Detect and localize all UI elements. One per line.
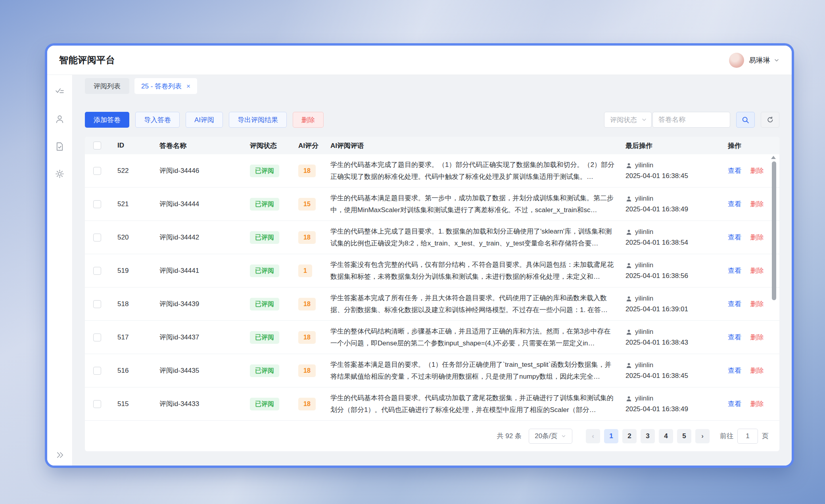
select-all-checkbox[interactable] (93, 142, 101, 149)
row-checkbox[interactable] (93, 167, 101, 175)
answer-sheet-icon[interactable] (55, 142, 65, 151)
status-badge: 已评阅 (250, 364, 279, 377)
delete-link[interactable]: 删除 (750, 400, 764, 408)
view-link[interactable]: 查看 (728, 200, 741, 208)
page-button-5[interactable]: 5 (677, 429, 691, 443)
person-icon (625, 195, 632, 202)
goto-page-input[interactable] (737, 429, 758, 444)
row-name: 评阅id-34439 (150, 299, 240, 309)
person-icon (625, 329, 632, 335)
table-row: 516 评阅id-34435 已评阅 18 学生答案基本满足题目的要求。（1）任… (85, 354, 779, 387)
person-icon (625, 229, 632, 236)
table-row: 518 评阅id-34439 已评阅 18 学生答案基本完成了所有任务，并且大体… (85, 287, 779, 321)
tab-review-list[interactable]: 评阅列表 (85, 78, 129, 94)
view-link[interactable]: 查看 (728, 367, 741, 374)
delete-link[interactable]: 删除 (750, 333, 764, 341)
col-last-op: 最后操作 (616, 141, 718, 150)
row-operator: yilinlin (635, 328, 653, 336)
settings-icon[interactable] (55, 169, 65, 179)
row-checkbox[interactable] (93, 400, 101, 408)
score-badge: 18 (298, 231, 316, 244)
status-badge: 已评阅 (250, 231, 279, 244)
row-name: 评阅id-34433 (150, 399, 240, 408)
ai-review-button[interactable]: AI评阅 (186, 112, 223, 128)
delete-link[interactable]: 删除 (750, 300, 764, 308)
scrollbar-thumb[interactable] (772, 161, 776, 300)
view-link[interactable]: 查看 (728, 234, 741, 241)
status-filter-select[interactable]: 评阅状态 (604, 112, 652, 128)
row-time: 2025-04-01 16:38:45 (625, 372, 718, 380)
page-size-select[interactable]: 20条/页 (529, 429, 572, 444)
page-button-2[interactable]: 2 (622, 429, 637, 443)
table-row: 519 评阅id-34441 已评阅 1 学生答案没有包含完整的代码，仅有部分结… (85, 254, 779, 287)
status-filter-placeholder: 评阅状态 (610, 115, 637, 125)
view-link[interactable]: 查看 (728, 400, 741, 408)
user-menu[interactable]: 易琳琳 (729, 53, 780, 68)
status-badge: 已评阅 (250, 264, 279, 277)
delete-link[interactable]: 删除 (750, 367, 764, 374)
review-list-icon[interactable] (55, 87, 65, 97)
row-operator: yilinlin (635, 195, 653, 203)
table-row: 522 评阅id-34446 已评阅 18 学生的代码基本完成了题目的要求。（1… (85, 154, 779, 188)
person-icon (625, 362, 632, 369)
col-id: ID (108, 142, 150, 149)
page-button-1[interactable]: 1 (604, 429, 618, 443)
app-header: 智能评阅平台 易琳琳 (47, 46, 792, 75)
row-checkbox[interactable] (93, 300, 101, 308)
row-operator: yilinlin (635, 361, 653, 369)
status-badge: 已评阅 (250, 331, 279, 344)
next-page-button[interactable]: › (695, 429, 710, 443)
person-icon (625, 395, 632, 402)
person-icon (625, 262, 632, 269)
avatar[interactable] (729, 53, 744, 68)
scroll-up-arrow[interactable] (771, 156, 776, 159)
search-input[interactable] (652, 112, 730, 128)
row-comment: 学生的代码基本完成了题目的要求。（1）部分代码正确实现了数据集的加载和切分。（2… (328, 159, 616, 183)
pagination: 共 92 条 20条/页 ‹ 12345 › 前往 页 (85, 421, 779, 451)
prev-page-button[interactable]: ‹ (586, 429, 600, 443)
view-link[interactable]: 查看 (728, 167, 741, 174)
row-id: 517 (108, 333, 150, 341)
delete-link[interactable]: 删除 (750, 234, 764, 241)
row-name: 评阅id-34444 (150, 199, 240, 209)
tab-close-icon[interactable]: × (186, 83, 190, 90)
row-comment: 学生答案基本完成了所有任务，并且大体符合题目要求。代码使用了正确的库和函数来载入… (328, 292, 616, 316)
page-button-3[interactable]: 3 (641, 429, 655, 443)
row-operator: yilinlin (635, 395, 653, 402)
row-comment: 学生答案基本满足题目的要求。（1）任务部分正确使用了`train_test_sp… (328, 359, 616, 383)
search-button[interactable] (736, 112, 755, 128)
page-number-list: 12345 (600, 429, 691, 443)
page-button-4[interactable]: 4 (659, 429, 673, 443)
tab-answer-list[interactable]: 25 - 答卷列表 × (134, 78, 197, 94)
score-badge: 18 (298, 165, 316, 177)
app-window: 智能评阅平台 易琳琳 (47, 46, 792, 466)
row-checkbox[interactable] (93, 267, 101, 275)
delete-link[interactable]: 删除 (750, 200, 764, 208)
table-row: 517 评阅id-34437 已评阅 18 学生的整体代码结构清晰，步骤基本正确… (85, 321, 779, 354)
row-name: 评阅id-34446 (150, 166, 240, 175)
refresh-button[interactable] (761, 112, 779, 128)
import-answer-button[interactable]: 导入答卷 (135, 112, 180, 128)
delete-button[interactable]: 删除 (293, 112, 324, 128)
user-name: 易琳琳 (749, 56, 770, 65)
tab-label: 25 - 答卷列表 (141, 82, 182, 91)
table-row: 521 评阅id-34444 已评阅 15 学生的代码基本满足题目要求。第一步中… (85, 188, 779, 221)
row-checkbox[interactable] (93, 200, 101, 208)
tab-bar: 评阅列表 25 - 答卷列表 × (85, 78, 779, 94)
add-answer-button[interactable]: 添加答卷 (85, 112, 129, 128)
row-time: 2025-04-01 16:38:54 (625, 239, 718, 247)
total-count: 共 92 条 (497, 431, 522, 441)
row-name: 评阅id-34435 (150, 366, 240, 375)
export-results-button[interactable]: 导出评阅结果 (229, 112, 287, 128)
row-checkbox[interactable] (93, 333, 101, 341)
collapse-icon[interactable] (55, 450, 65, 460)
row-checkbox[interactable] (93, 367, 101, 375)
view-link[interactable]: 查看 (728, 333, 741, 341)
delete-link[interactable]: 删除 (750, 267, 764, 274)
view-link[interactable]: 查看 (728, 300, 741, 308)
row-checkbox[interactable] (93, 234, 101, 241)
view-link[interactable]: 查看 (728, 267, 741, 274)
chevron-down-icon (773, 57, 780, 63)
delete-link[interactable]: 删除 (750, 167, 764, 174)
user-icon[interactable] (55, 114, 65, 124)
